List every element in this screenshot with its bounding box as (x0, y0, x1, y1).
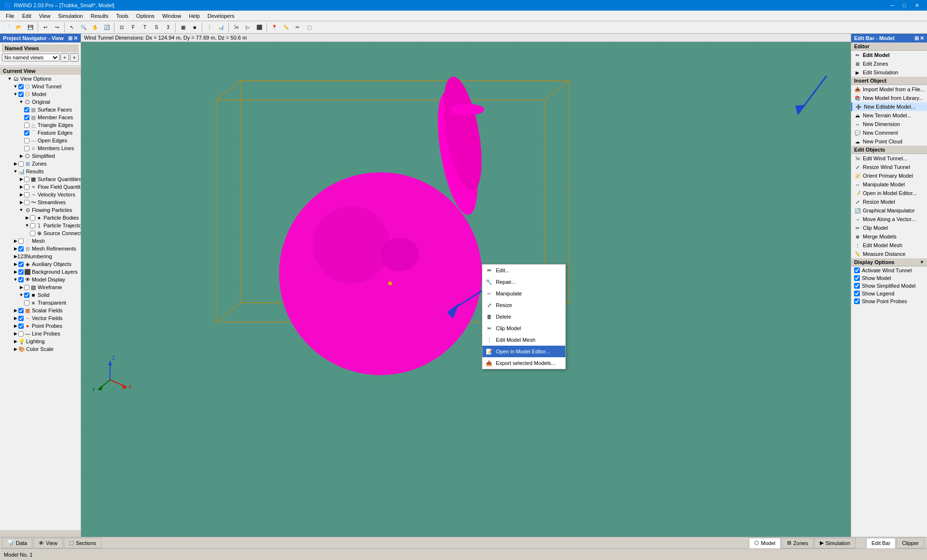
graphical-manip-item[interactable]: 🔄 Graphical Manipulator (851, 206, 927, 215)
tree-item-simplified[interactable]: ▶ ⬡ Simplified (0, 152, 81, 160)
expand-icon[interactable]: ▶ (13, 331, 18, 336)
tree-check[interactable] (18, 331, 24, 336)
resize-wind-tunnel-item[interactable]: ⤢ Resize Wind Tunnel (851, 163, 927, 171)
tree-item-source-connector[interactable]: ⊕ Source Connector (0, 229, 81, 237)
tb-results[interactable]: 📊 (216, 22, 226, 33)
maximize-button[interactable]: □ (899, 0, 910, 11)
tree-item-wireframe[interactable]: ▶ ▧ Wireframe (0, 283, 81, 291)
ctx-delete[interactable]: 🗑 Delete (482, 311, 565, 322)
ctx-edit-model-mesh[interactable]: ⋮ Edit Model Mesh (482, 334, 565, 346)
left-panel-scrollbar-h[interactable] (0, 530, 81, 537)
tree-check[interactable] (24, 184, 30, 190)
tree-check[interactable] (18, 315, 24, 321)
expand-icon[interactable]: ▶ (13, 261, 18, 267)
ctx-export[interactable]: 📤 Export selected Models... (482, 357, 565, 369)
ctx-clip-model[interactable]: ✂ Clip Model (482, 322, 565, 334)
tree-item-color-scale[interactable]: ▶ 🎨 Color Scale (0, 345, 81, 353)
tb-measure[interactable]: 📏 (281, 22, 291, 33)
expand-icon[interactable]: ▼ (13, 168, 18, 174)
tree-item-model-display[interactable]: ▼ 👁 Model Display (0, 276, 81, 283)
edit-model-item[interactable]: ✏ Edit Model (851, 51, 927, 59)
minimize-button[interactable]: ─ (887, 0, 899, 11)
tree-item-vector[interactable]: ▶ → Vector Fields (0, 314, 81, 322)
expand-icon[interactable]: ▶ (18, 176, 24, 182)
expand-icon[interactable]: ▶ (13, 246, 18, 252)
menu-edit[interactable]: Edit (18, 11, 35, 21)
tree-item-surface-faces[interactable]: ▦ Surface Faces (0, 106, 81, 113)
named-views-del-btn[interactable]: × (70, 53, 79, 62)
tb-open[interactable]: 📂 (14, 22, 24, 33)
show-point-probes-check[interactable] (854, 298, 860, 304)
expand-icon[interactable]: ▶ (18, 153, 24, 159)
expand-icon[interactable]: ▼ (13, 91, 18, 97)
tree-item-mesh[interactable]: ▶ ⋮ Mesh (0, 237, 81, 245)
show-model-check[interactable] (854, 275, 860, 281)
expand-icon[interactable]: ▶ (13, 323, 18, 329)
tb-mesh[interactable]: ⋮ (204, 22, 215, 33)
clip-model-item[interactable]: ✂ Clip Model (851, 224, 927, 232)
tree-item-scalar[interactable]: ▶ ▦ Scalar Fields (0, 307, 81, 314)
tree-item-streamlines[interactable]: ▶ 〜 Streamlines (0, 198, 81, 206)
left-panel-float-icon[interactable]: ⊞ (68, 35, 72, 42)
tree-item-flowing-particles[interactable]: ▼ ⊙ Flowing Particles (0, 206, 81, 214)
tree-item-point-probes[interactable]: ▶ ● Point Probes (0, 322, 81, 330)
named-views-add-btn[interactable]: + (60, 53, 69, 62)
resize-model-item[interactable]: ⤢ Resize Model (851, 197, 927, 206)
tree-item-particle-traj[interactable]: ▼ ⤵ Particle Trajectories (0, 222, 81, 229)
tb-view-front[interactable]: F (128, 22, 139, 33)
tree-check[interactable] (18, 277, 24, 282)
new-terrain-item[interactable]: ⛰ New Terrain Model... (851, 111, 927, 120)
tree-item-surface-quantities[interactable]: ▶ ▦ Surface Quantities (0, 175, 81, 183)
tb-wind-tunnel[interactable]: 🌬 (231, 22, 241, 33)
merge-models-item[interactable]: ⊕ Merge Models (851, 232, 927, 241)
tree-check[interactable] (24, 284, 30, 290)
tree-check[interactable] (30, 215, 36, 221)
expand-icon[interactable]: ▼ (18, 292, 24, 298)
tb-view-top[interactable]: T (140, 22, 150, 33)
tb-pan[interactable]: ✋ (90, 22, 100, 33)
tab-data[interactable]: 📊 Data (2, 538, 32, 548)
tree-check[interactable] (24, 300, 30, 306)
show-simplified-check[interactable] (854, 283, 860, 289)
expand-icon[interactable]: ▼ (24, 223, 30, 228)
new-dimension-item[interactable]: ↔ New Dimension (851, 120, 927, 128)
edit-wind-tunnel-item[interactable]: 🌬 Edit Wind Tunnel... (851, 154, 927, 163)
tree-item-solid[interactable]: ▼ ■ Solid (0, 291, 81, 299)
expand-icon[interactable]: ▼ (7, 76, 13, 82)
right-panel-close-icon[interactable]: ✕ (920, 35, 924, 42)
menu-options[interactable]: Options (132, 11, 158, 21)
tree-item-model[interactable]: ▼ ⬡ Model (0, 90, 81, 98)
ctx-edit[interactable]: ✏ Edit... (482, 265, 565, 276)
expand-icon[interactable]: ▶ (13, 161, 18, 167)
tree-item-view-options[interactable]: ▼ 🗂 View Options (0, 75, 81, 83)
menu-file[interactable]: File (2, 11, 18, 21)
new-editable-model-item[interactable]: ➕ New Editable Model... (851, 102, 927, 111)
tree-check[interactable] (18, 161, 24, 167)
tb-view-3d[interactable]: 3 (163, 22, 173, 33)
tree-item-flow-field[interactable]: ▶ ≈ Flow Field Quantities (0, 183, 81, 191)
activate-wind-tunnel-check[interactable] (854, 267, 860, 273)
tab-model[interactable]: ⬡ Model (749, 538, 781, 548)
display-options-collapse[interactable]: ▼ (920, 260, 924, 265)
tab-view[interactable]: 👁 View (33, 538, 63, 548)
tree-check[interactable] (24, 107, 30, 112)
ctx-open-model-editor[interactable]: 📝 Open in Model Editor... (482, 346, 565, 357)
right-panel-float-icon[interactable]: ⊞ (914, 35, 919, 42)
expand-icon[interactable]: ▶ (24, 215, 30, 221)
tb-rotate[interactable]: 🔄 (101, 22, 112, 33)
tb-stop[interactable]: ⬛ (254, 22, 265, 33)
expand-icon[interactable]: ▶ (13, 269, 18, 275)
tb-section[interactable]: ⬚ (304, 22, 314, 33)
tree-check[interactable] (24, 292, 30, 298)
tab-simulation[interactable]: ▶ Simulation (815, 538, 856, 548)
tree-item-background[interactable]: ▶ ⬛ Background Layers (0, 268, 81, 276)
measure-distance-item[interactable]: 📏 Measure Distance (851, 250, 927, 258)
tree-item-wind-tunnel[interactable]: ▼ ⬡ Wind Tunnel (0, 83, 81, 90)
tree-item-triangle-edges[interactable]: △ Triangle Edges (0, 121, 81, 129)
menu-tools[interactable]: Tools (112, 11, 132, 21)
tree-check[interactable] (24, 176, 30, 182)
expand-icon[interactable]: ▶ (18, 192, 24, 197)
tb-simulate[interactable]: ▷ (242, 22, 253, 33)
menu-results[interactable]: Results (87, 11, 112, 21)
tree-item-original[interactable]: ▼ ⬡ Original (0, 98, 81, 106)
